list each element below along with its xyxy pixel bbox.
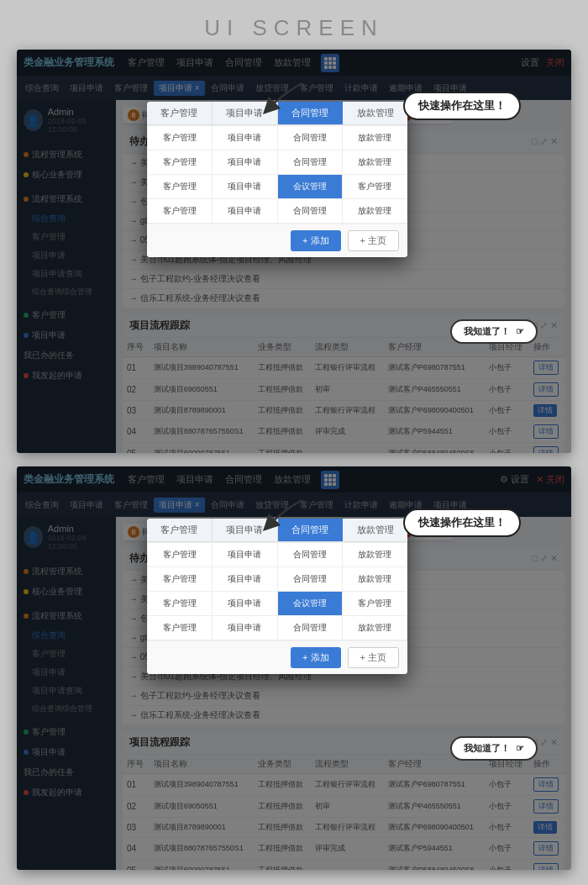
grid-item[interactable]: 项目申请: [213, 175, 276, 198]
annotation-text: 快速操作在这里！: [403, 92, 521, 120]
popup-container-2: 客户管理 项目申请 合同管理 放款管理 客户管理 项目申请 合同管理 放款管理 …: [147, 519, 407, 674]
popup-grid: 客户管理 项目申请 合同管理 放款管理 客户管理 项目申请 合同管理 放款管理 …: [147, 125, 407, 224]
popup-btn-add-2[interactable]: + 添加: [291, 647, 340, 668]
grid-item[interactable]: 放款管理: [343, 126, 407, 150]
screen-panel-1: 类金融业务管理系统 客户管理 项目申请 合同管理 放款管理: [17, 50, 571, 453]
annotation-bubble-1: 快速操作在这里！: [403, 92, 521, 120]
popup-btn-home[interactable]: + 主页: [348, 230, 399, 251]
grid-item[interactable]: 合同管理: [278, 150, 342, 174]
page-title: UI SCREEN: [204, 15, 384, 40]
grid-item[interactable]: 项目申请: [213, 150, 276, 174]
grid-item[interactable]: 项目申请: [213, 199, 276, 223]
annotation-text-2: 快速操作在这里！: [403, 508, 521, 537]
popup-btn-add[interactable]: + 添加: [291, 230, 340, 251]
popup-tabs: 客户管理 项目申请 合同管理 放款管理: [147, 102, 407, 125]
grid-item[interactable]: 客户管理: [148, 126, 212, 150]
popup-tab-合同-2-active[interactable]: 合同管理: [278, 519, 344, 541]
popup-footer-2: + 添加 + 主页: [147, 640, 407, 674]
popup-box-1: 客户管理 项目申请 合同管理 放款管理 客户管理 项目申请 合同管理 放款管理 …: [147, 102, 407, 257]
grid-item-会议-2[interactable]: 会议管理: [278, 592, 342, 615]
popup-tab-放款[interactable]: 放款管理: [343, 102, 407, 124]
popup-tab-合同-active[interactable]: 合同管理: [278, 102, 344, 124]
grid-item[interactable]: 项目申请: [213, 126, 276, 150]
page-title-area: UI SCREEN: [0, 0, 588, 50]
popup-tab-放款-2[interactable]: 放款管理: [343, 519, 407, 541]
screen-panel-2: 类金融业务管理系统 客户管理 项目申请 合同管理 放款管理: [17, 466, 571, 870]
know-it-button-1[interactable]: 我知道了！ ☞: [450, 319, 538, 344]
grid-item[interactable]: 客户管理: [148, 175, 212, 198]
popup-box-2: 客户管理 项目申请 合同管理 放款管理 客户管理 项目申请 合同管理 放款管理 …: [147, 519, 407, 674]
popup-container-1: 客户管理 项目申请 合同管理 放款管理 客户管理 项目申请 合同管理 放款管理 …: [147, 102, 407, 257]
grid-item-active[interactable]: 会议管理: [278, 175, 342, 198]
know-it-button-2[interactable]: 我知道了！ ☞: [450, 736, 538, 761]
popup-tab-项目-2[interactable]: 项目申请: [213, 519, 278, 541]
grid-item[interactable]: 合同管理: [278, 199, 342, 223]
grid-item[interactable]: 合同管理: [278, 126, 342, 150]
annotation-bubble-2: 快速操作在这里！: [403, 508, 521, 537]
grid-item[interactable]: 放款管理: [343, 150, 407, 174]
grid-item[interactable]: 客户管理: [148, 199, 212, 223]
popup-tab-项目[interactable]: 项目申请: [213, 102, 278, 124]
popup-grid-2: 客户管理 项目申请 合同管理 放款管理 客户管理 项目申请 合同管理 放款管理 …: [147, 542, 407, 640]
popup-tabs-2: 客户管理 项目申请 合同管理 放款管理: [147, 519, 407, 542]
popup-footer: + 添加 + 主页: [147, 224, 407, 257]
grid-item[interactable]: 客户管理: [343, 175, 407, 198]
popup-tab-客户-2[interactable]: 客户管理: [147, 519, 213, 541]
grid-item[interactable]: 放款管理: [343, 199, 407, 223]
popup-tab-客户[interactable]: 客户管理: [147, 102, 213, 124]
popup-btn-home-2[interactable]: + 主页: [348, 647, 399, 668]
grid-item[interactable]: 客户管理: [148, 150, 212, 174]
